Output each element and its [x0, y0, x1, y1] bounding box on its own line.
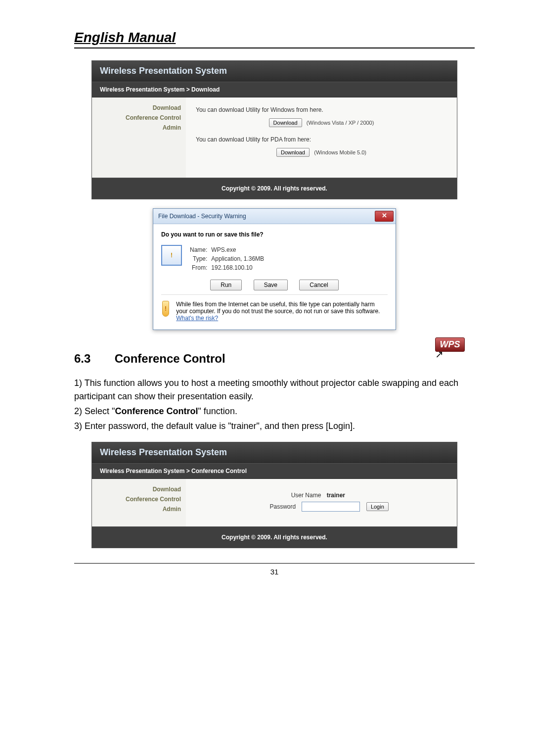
cancel-button[interactable]: Cancel: [299, 280, 338, 290]
dialog-warning-text: While files from the Internet can be use…: [176, 301, 387, 322]
shortcut-arrow-icon: ↗: [435, 351, 444, 358]
sidebar-item-download[interactable]: Download: [92, 104, 181, 111]
sidebar-item-admin[interactable]: Admin: [92, 124, 181, 131]
sidebar-2: Download Conference Control Admin: [92, 479, 186, 526]
shield-icon: !: [162, 301, 169, 317]
title-rule: [74, 47, 475, 48]
run-button[interactable]: Run: [210, 280, 242, 290]
file-name-label: Name:: [190, 246, 210, 254]
wps-badge: WPS ↗: [435, 337, 465, 361]
file-from-label: From:: [190, 264, 210, 272]
file-download-dialog: File Download - Security Warning ✕ Do yo…: [153, 208, 396, 330]
section-number: 6.3: [74, 352, 111, 366]
instruction-3: 3) Enter password, the default value is …: [74, 420, 475, 433]
download-pda-text: You can download Utility for PDA from he…: [196, 136, 447, 143]
sidebar-item-download-2[interactable]: Download: [92, 486, 181, 493]
dialog-divider: [161, 294, 388, 295]
conference-panel: Wireless Presentation System Wireless Pr…: [91, 442, 457, 548]
panel-main-2: User Name trainer Password Login: [186, 479, 457, 526]
sidebar-item-admin-2[interactable]: Admin: [92, 506, 181, 513]
section-heading: 6.3 Conference Control: [74, 352, 475, 366]
dialog-title: File Download - Security Warning: [158, 213, 246, 220]
close-icon[interactable]: ✕: [375, 211, 394, 222]
file-type-value: Application, 1.36MB: [211, 255, 267, 263]
panel-title: Wireless Presentation System: [92, 61, 457, 82]
page-number: 31: [74, 567, 475, 576]
document-title: English Manual: [74, 30, 475, 46]
download-windows-note: (Windows Vista / XP / 2000): [307, 120, 374, 126]
save-button[interactable]: Save: [254, 280, 288, 290]
download-windows-text: You can download Utility for Windows fro…: [196, 106, 447, 113]
password-input[interactable]: [302, 502, 360, 512]
sidebar-item-conference-2[interactable]: Conference Control: [92, 496, 181, 503]
risk-link[interactable]: What's the risk?: [176, 315, 218, 322]
file-name-value: WPS.exe: [211, 246, 267, 254]
footer-rule: [74, 563, 475, 564]
panel-title-2: Wireless Presentation System: [92, 442, 457, 463]
breadcrumb-2: Wireless Presentation System > Conferenc…: [92, 463, 457, 479]
file-type-label: Type:: [190, 255, 210, 263]
instruction-1: 1) This function allows you to host a me…: [74, 377, 475, 403]
instructions: 1) This function allows you to host a me…: [74, 377, 475, 433]
panel-footer: Copyright © 2009. All rights reserved.: [92, 178, 457, 199]
panel-main: You can download Utility for Windows fro…: [186, 97, 457, 178]
sidebar-item-conference[interactable]: Conference Control: [92, 114, 181, 121]
login-button[interactable]: Login: [366, 502, 389, 511]
panel-footer-2: Copyright © 2009. All rights reserved.: [92, 526, 457, 548]
password-label: Password: [251, 503, 296, 510]
instruction-2: 2) Select "Conference Control" function.: [74, 405, 475, 418]
sidebar: Download Conference Control Admin: [92, 97, 186, 178]
breadcrumb: Wireless Presentation System > Download: [92, 82, 457, 97]
file-icon: !: [161, 245, 182, 266]
username-label: User Name: [276, 492, 321, 499]
file-from-value: 192.168.100.10: [211, 264, 267, 272]
dialog-question: Do you want to run or save this file?: [161, 231, 388, 238]
download-windows-button[interactable]: Download: [269, 118, 302, 127]
download-panel: Wireless Presentation System Wireless Pr…: [91, 60, 457, 199]
username-value: trainer: [327, 492, 366, 499]
download-pda-button[interactable]: Download: [276, 148, 310, 157]
section-title-text: Conference Control: [115, 352, 225, 365]
download-pda-note: (Windows Mobile 5.0): [314, 149, 366, 155]
